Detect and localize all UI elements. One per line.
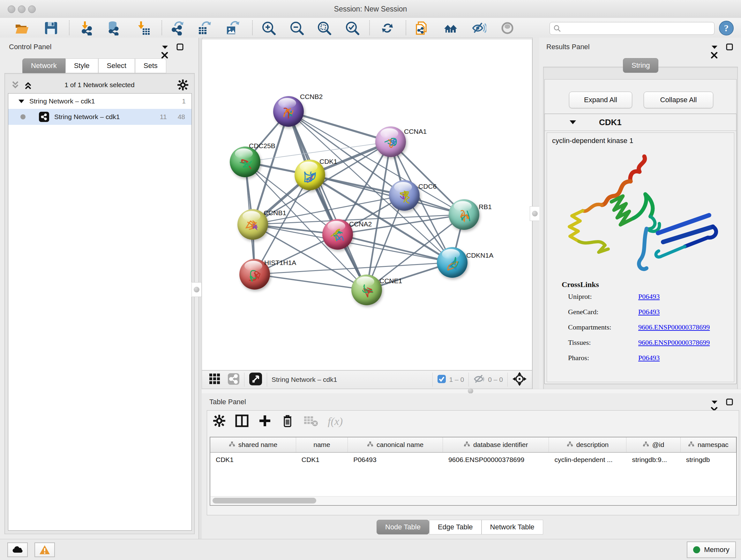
export-image-icon[interactable] <box>225 20 240 36</box>
table-toolbar: f(x) <box>213 414 343 429</box>
column-header-shared-name[interactable]: shared name <box>210 437 296 452</box>
entry-header[interactable]: CDK1 <box>545 114 736 131</box>
duplicate-network-icon[interactable] <box>414 20 429 36</box>
network-node-rb1[interactable] <box>449 199 479 230</box>
close-panel-icon[interactable] <box>711 52 718 59</box>
tab-network[interactable]: Network <box>22 58 65 73</box>
warnings-button[interactable] <box>35 543 55 557</box>
bottom-splitter-handle[interactable] <box>468 388 473 394</box>
zoom-in-icon[interactable] <box>261 20 276 36</box>
network-options-gear-icon[interactable] <box>177 79 189 92</box>
add-column-icon[interactable] <box>258 414 272 429</box>
export-network-icon[interactable] <box>170 20 185 36</box>
memory-label: Memory <box>704 546 729 554</box>
column-header-canonical-name[interactable]: canonical name <box>348 437 443 452</box>
node-label-rb1: RB1 <box>479 203 492 211</box>
export-table-icon[interactable] <box>197 20 212 36</box>
table-cell[interactable]: stringdb <box>681 453 736 467</box>
bottom-splitter[interactable] <box>202 389 741 394</box>
left-splitter-handle[interactable] <box>192 282 202 297</box>
network-node-ccna2[interactable] <box>322 219 353 250</box>
tab-style[interactable]: Style <box>65 58 98 73</box>
network-panel-body: 1 of 1 Network selected String Network –… <box>4 73 195 534</box>
network-row-selected[interactable]: String Network – cdk1 11 48 <box>8 109 192 125</box>
network-collection-row[interactable]: String Network – cdk1 1 <box>8 94 192 109</box>
table-cell[interactable]: stringdb:9... <box>626 453 680 467</box>
tab-string[interactable]: String <box>623 58 658 73</box>
crosslink-value-link[interactable]: 9606.ENSP00000378699 <box>638 323 710 331</box>
table-settings-icon[interactable] <box>213 415 226 428</box>
zoom-out-icon[interactable] <box>289 20 305 36</box>
delete-column-icon[interactable] <box>281 414 294 429</box>
collapse-panel-icon[interactable] <box>711 44 719 51</box>
table-cell[interactable]: CDK1 <box>296 453 348 467</box>
zoom-selected-icon[interactable] <box>345 20 360 36</box>
cloud-button[interactable] <box>7 543 28 557</box>
table-cell[interactable]: CDK1 <box>210 453 296 467</box>
import-network-file-icon[interactable] <box>79 20 94 36</box>
float-panel-icon[interactable] <box>726 398 733 406</box>
tab-select[interactable]: Select <box>98 58 135 73</box>
delete-table-icon[interactable] <box>304 415 318 428</box>
import-table-file-icon[interactable] <box>135 20 151 36</box>
refresh-icon[interactable] <box>380 20 395 36</box>
table-horizontal-scrollbar[interactable] <box>211 496 736 505</box>
tab-network-table[interactable]: Network Table <box>482 520 543 535</box>
memory-button[interactable]: Memory <box>687 542 736 558</box>
network-node-cdc6[interactable] <box>389 180 420 211</box>
column-header--id[interactable]: @id <box>626 437 680 452</box>
crosslink-value-link[interactable]: P06493 <box>638 354 660 362</box>
tab-edge-table[interactable]: Edge Table <box>429 520 482 535</box>
crosslink-value-link[interactable]: 9606.ENSP00000378699 <box>638 338 710 347</box>
float-panel-icon[interactable] <box>176 44 184 51</box>
help-icon[interactable]: ? <box>719 20 734 36</box>
network-node-ccne1[interactable] <box>351 274 382 305</box>
birds-eye-view-icon[interactable] <box>500 20 515 36</box>
column-header-name[interactable]: name <box>296 437 348 452</box>
close-panel-icon[interactable] <box>161 52 169 59</box>
search-input[interactable] <box>561 24 714 32</box>
crosslink-value-link[interactable]: P06493 <box>638 308 660 316</box>
hidden-eye-icon[interactable] <box>473 374 485 385</box>
collapse-panel-icon[interactable] <box>711 398 719 406</box>
column-header-database-identifier[interactable]: database identifier <box>443 437 549 452</box>
tab-node-table[interactable]: Node Table <box>377 520 429 535</box>
column-header-description[interactable]: description <box>549 437 626 452</box>
collapse-all-button[interactable]: Collapse All <box>644 91 713 108</box>
column-label: @id <box>652 441 664 449</box>
function-builder-icon[interactable]: f(x) <box>328 415 343 428</box>
network-node-cdc25b[interactable] <box>230 146 260 177</box>
welcome-screen-icon[interactable] <box>443 20 458 36</box>
selected-checkbox-icon[interactable] <box>437 374 446 385</box>
table-cell[interactable]: P06493 <box>348 453 443 467</box>
entry-collapse-icon[interactable] <box>569 119 577 125</box>
expand-all-button[interactable]: Expand All <box>569 91 632 108</box>
right-splitter-handle[interactable] <box>530 206 540 221</box>
float-panel-icon[interactable] <box>726 44 733 51</box>
crosslink-row: Pharos:P06493 <box>568 354 728 362</box>
table-cell[interactable]: cyclin-dependent ... <box>549 453 626 467</box>
open-session-icon[interactable] <box>14 20 29 36</box>
grid-view-icon[interactable] <box>209 373 220 386</box>
collapse-panel-icon[interactable] <box>161 44 169 51</box>
tree-expand-icon[interactable] <box>18 98 25 104</box>
table-cell[interactable]: 9606.ENSP00000378699 <box>443 453 549 467</box>
show-hide-graphics-details-icon[interactable] <box>471 20 486 36</box>
save-session-icon[interactable] <box>44 20 59 36</box>
import-network-database-icon[interactable] <box>106 20 121 36</box>
network-node-ccnb2[interactable] <box>273 96 304 127</box>
network-node-cdkn1a[interactable] <box>437 247 468 278</box>
table-row[interactable]: CDK1CDK1P064939606.ENSP00000378699cyclin… <box>210 453 736 467</box>
fit-selected-crosshair-icon[interactable] <box>512 372 527 388</box>
network-view-canvas[interactable]: CCNB2CCNA1CDC25BCDK1CDC6RB1CCNB1CCNA2CDK… <box>202 39 532 370</box>
network-node-ccna1[interactable] <box>375 126 406 157</box>
column-header-namespac[interactable]: namespac <box>681 437 736 452</box>
tab-sets[interactable]: Sets <box>135 58 166 73</box>
zoom-fit-icon[interactable] <box>317 20 332 36</box>
crosslink-value-link[interactable]: P06493 <box>638 293 660 301</box>
split-columns-icon[interactable] <box>235 414 249 429</box>
detach-view-icon[interactable] <box>249 372 262 387</box>
share-view-icon[interactable] <box>227 373 240 386</box>
crosslinks-list: Uniprot:P06493GeneCard:P06493Compartment… <box>568 293 728 369</box>
scrollbar-thumb[interactable] <box>212 498 316 503</box>
